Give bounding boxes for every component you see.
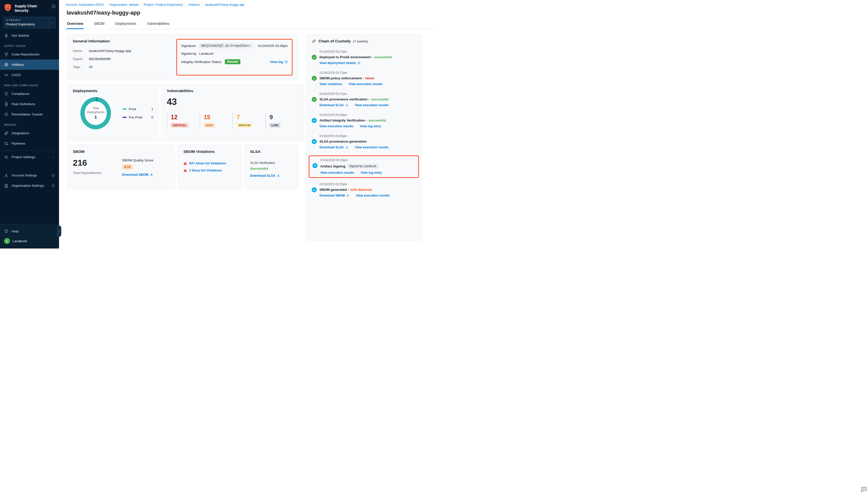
event-time: 01/16/2025 03:26pm (320, 113, 416, 117)
sbom-quality-label: SBOM Quality Score (122, 158, 153, 162)
user-menu[interactable]: L Lavakush (0, 236, 59, 246)
pipeline-icon (4, 141, 9, 146)
view-violations-link[interactable]: View violations (320, 82, 342, 86)
rocket-icon (4, 33, 9, 38)
sidebar-item-account-settings[interactable]: Account Settings (0, 170, 59, 181)
download-sbom-link[interactable]: Download SBOM (122, 173, 153, 176)
severity-count: 9 (269, 114, 298, 121)
artifact-name: lavakush07/easy-buggy-app (89, 49, 131, 53)
view-execution-results-link[interactable]: View execution results (349, 82, 382, 86)
view-execution-results-link[interactable]: View execution results (320, 171, 354, 174)
gear-icon (4, 155, 9, 159)
card-title: Vulnerabilities (167, 89, 298, 93)
event-title: SLSA provenance generation (320, 140, 367, 143)
hexagon-icon (4, 112, 9, 117)
tab-overview[interactable]: Overview (67, 20, 84, 29)
severity-badge: LOW (269, 123, 280, 128)
view-execution-results-link[interactable]: View execution results (355, 103, 389, 107)
custody-event-slsa-verification: 01/16/2025 03:27pm SLSA provenance verif… (312, 92, 416, 107)
sidebar-item-pipelines[interactable]: Pipelines (0, 138, 59, 148)
event-time: 01/16/2025 03:25pm (320, 183, 416, 186)
sidebar-item-organization-settings[interactable]: Organization Settings (0, 181, 59, 191)
legend-value: 0 (151, 115, 153, 119)
sidebar-item-label: Organization Settings (12, 184, 44, 187)
slsa-verification-label: SLSA Verification (250, 161, 293, 165)
sidebar-item-integrations[interactable]: Integrations (0, 128, 59, 138)
breadcrumb-organization[interactable]: Organization: default (110, 3, 138, 6)
app-logo-icon (3, 3, 12, 12)
signature-timestamp: 01/16/2025 03:26pm (258, 44, 288, 48)
download-slsa-link[interactable]: Download SLSA (320, 103, 348, 107)
module-switcher-icon[interactable] (52, 4, 56, 8)
view-log-entry-link[interactable]: View log entry (361, 171, 382, 174)
severity-count: 12 (171, 114, 200, 121)
sidebar-item-get-started[interactable]: Get Started (0, 30, 59, 41)
sidebar-footer: Help L Lavakush (0, 224, 59, 248)
sidebar-section-risk: RISK AND COMPLIANCE (0, 80, 59, 89)
sidebar-item-cicd[interactable]: CI/CD (0, 70, 59, 80)
sidebar-item-artifacts[interactable]: Artifacts (0, 59, 59, 70)
view-log-link[interactable]: View log (270, 60, 288, 64)
custody-event-sbom-generated: 01/16/2025 03:25pm SBOM generated -drift… (312, 183, 416, 197)
event-status: drift detected (350, 188, 372, 191)
sidebar-item-rule-definitions[interactable]: Rule Definitions (0, 99, 59, 109)
sidebar-item-compliance[interactable]: Compliance (0, 89, 59, 99)
user-icon (4, 173, 9, 178)
project-selector[interactable]: PROJECT Product Exploratory (3, 17, 56, 28)
allow-list-violations-link[interactable]: 637 Allow list Violations (189, 161, 226, 165)
sidebar-collapse-handle[interactable] (57, 225, 61, 237)
breadcrumb-project[interactable]: Project: Product Exploratory (144, 3, 183, 6)
download-slsa-link[interactable]: Download SLSA (250, 174, 280, 178)
cube-icon (4, 62, 9, 67)
success-event-icon (312, 55, 317, 60)
legend-item-prod: Prod 1 (123, 107, 153, 111)
project-label: PROJECT (9, 19, 21, 22)
avatar: L (4, 238, 10, 244)
deny-list-violations-link[interactable]: 2 Deny list Violations (189, 168, 222, 172)
event-status: successful (368, 118, 386, 122)
chain-of-custody-icon (312, 39, 316, 43)
external-link-icon (358, 61, 360, 65)
view-execution-results-link[interactable]: View execution results (356, 194, 390, 197)
download-slsa-link[interactable]: Download SLSA (320, 146, 348, 149)
event-time: 01/16/2025 03:27pm (320, 71, 416, 74)
event-title: SBOM policy enforcement - (320, 76, 364, 80)
blocks-icon (4, 131, 9, 136)
artifact-tags: v5 (89, 65, 93, 69)
tab-deployments[interactable]: Deployments (114, 20, 137, 29)
event-time: 01/16/2025 03:26pm (320, 134, 416, 138)
sidebar-item-project-settings[interactable]: Project Settings (0, 152, 59, 162)
sidebar-item-label: Artifacts (12, 63, 24, 67)
sidebar-item-help[interactable]: Help (0, 226, 59, 236)
sbom-violations-card: SBOM Violations 637 Allow list Violation… (178, 145, 242, 189)
tab-vulnerabilities[interactable]: Vulnerabilities (146, 20, 170, 29)
view-deployment-details-link[interactable]: View deployment details (320, 61, 360, 65)
chain-of-custody-panel: Chain of Custody (7 events) 01/16/2025 0… (306, 34, 422, 241)
pre-prod-color-swatch (123, 117, 127, 118)
git-fork-icon (4, 52, 9, 57)
breadcrumb-artifacts[interactable]: Artifacts (188, 3, 200, 6)
sidebar-item-remediation-tracker[interactable]: Remediation Tracker (0, 109, 59, 119)
integrity-label: Integrity Verification Status: (181, 60, 222, 64)
allow-list-violations-row: 637 Allow list Violations (183, 161, 236, 165)
sidebar-item-code-repositories[interactable]: Code Repositories (0, 49, 59, 59)
download-sbom-link[interactable]: Download SBOM (320, 194, 349, 197)
prod-color-swatch (123, 109, 127, 110)
scan-event-icon (312, 163, 318, 168)
view-execution-results-link[interactable]: View execution results (320, 125, 353, 128)
deployments-donut-chart: Total Deployments 1 (80, 97, 111, 129)
event-title: SBOM generated - (320, 188, 349, 191)
event-title: Deployed to Prod2 environment - (320, 55, 373, 59)
view-log-entry-link[interactable]: View log entry (360, 125, 381, 128)
sidebar-item-label: Integrations (12, 131, 29, 135)
shield-check-icon (4, 91, 9, 96)
breadcrumb-account[interactable]: Account: Automation-SSCA (66, 3, 104, 6)
event-title: SLSA provenance verification - (320, 97, 369, 101)
tab-sbom[interactable]: SBOM (94, 20, 105, 29)
warning-icon (183, 168, 187, 172)
download-icon (277, 174, 280, 177)
project-icon (6, 19, 8, 22)
general-information-card: General Information Name:lavakush07/easy… (67, 34, 298, 80)
view-execution-results-link[interactable]: View execution results (355, 146, 389, 149)
breadcrumb-current[interactable]: lavakush07/easy-buggy-app (205, 3, 244, 6)
